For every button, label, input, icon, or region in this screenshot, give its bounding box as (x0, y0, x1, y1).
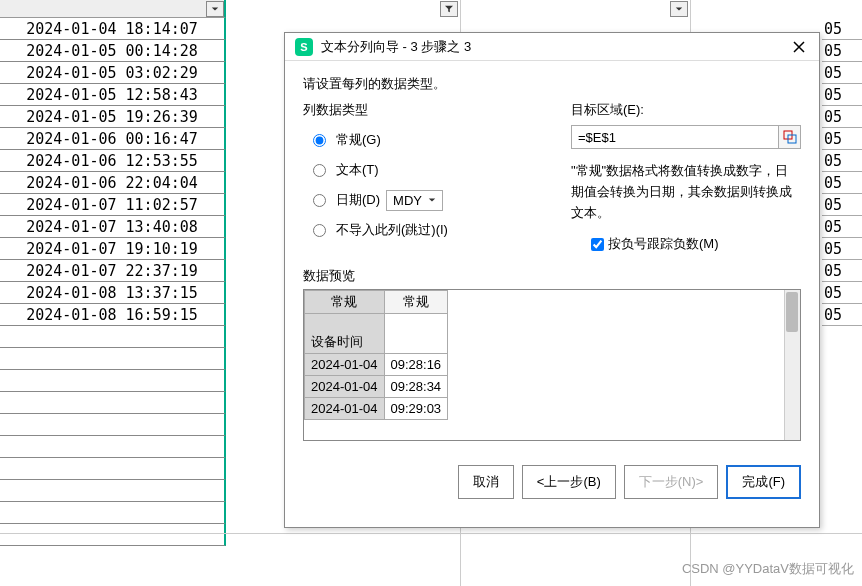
radio-general-label: 常规(G) (336, 131, 381, 149)
filter-dropdown-b[interactable] (440, 1, 458, 17)
radio-text-input[interactable] (313, 164, 326, 177)
cell[interactable]: 05 (822, 304, 862, 326)
cell-empty[interactable] (0, 458, 226, 480)
cell[interactable]: 2024-01-07 22:37:19 (0, 260, 226, 282)
cell[interactable]: 05 (822, 172, 862, 194)
preview-cell: 09:29:03 (384, 398, 448, 420)
preview-label: 数据预览 (303, 267, 801, 285)
radio-text-label: 文本(T) (336, 161, 379, 179)
gridline (0, 533, 862, 534)
cell-empty[interactable] (0, 348, 226, 370)
cell[interactable]: 2024-01-08 13:37:15 (0, 282, 226, 304)
preview-scrollbar[interactable] (784, 290, 800, 440)
text-to-columns-dialog: S 文本分列向导 - 3 步骤之 3 请设置每列的数据类型。 列数据类型 常规(… (284, 32, 820, 528)
cancel-button[interactable]: 取消 (458, 465, 514, 499)
preview-cell: 2024-01-04 (305, 398, 385, 420)
radio-skip[interactable]: 不导入此列(跳过)(I) (313, 215, 551, 245)
scrollbar-thumb[interactable] (786, 292, 798, 332)
preview-cell: 2024-01-04 (305, 376, 385, 398)
cell[interactable]: 05 (822, 194, 862, 216)
preview-box: 常规 常规 设备时间 2024-01-0409:28:16 2024-01-04… (303, 289, 801, 441)
radio-date-input[interactable] (313, 194, 326, 207)
cell[interactable]: 05 (822, 260, 862, 282)
cell[interactable]: 2024-01-06 22:04:04 (0, 172, 226, 194)
watermark: CSDN @YYDataV数据可视化 (682, 560, 854, 578)
negative-checkbox-row[interactable]: 按负号跟踪负数(M) (591, 235, 801, 253)
next-button: 下一步(N)> (624, 465, 719, 499)
cell[interactable]: 2024-01-04 18:14:07 (0, 18, 226, 40)
target-area-field (571, 125, 801, 149)
range-picker-icon (783, 130, 797, 144)
cell[interactable]: 05 (822, 84, 862, 106)
date-format-value: MDY (393, 193, 422, 208)
range-picker-button[interactable] (778, 126, 800, 148)
cell[interactable]: 05 (822, 282, 862, 304)
col-header-a (0, 0, 226, 18)
target-area-input[interactable] (572, 130, 778, 145)
cell[interactable]: 05 (822, 18, 862, 40)
close-icon (792, 40, 806, 54)
preview-header-2[interactable]: 常规 (384, 291, 448, 314)
format-description: "常规"数据格式将数值转换成数字，日期值会转换为日期，其余数据则转换成文本。 (571, 161, 801, 223)
radio-date[interactable]: 日期(D) MDY (313, 185, 551, 215)
negative-checkbox-label: 按负号跟踪负数(M) (608, 235, 719, 253)
cell[interactable]: 2024-01-07 11:02:57 (0, 194, 226, 216)
cell-empty[interactable] (0, 502, 226, 524)
cell-empty[interactable] (0, 326, 226, 348)
cell[interactable]: 2024-01-05 00:14:28 (0, 40, 226, 62)
radio-date-label: 日期(D) (336, 191, 380, 209)
cell[interactable]: 2024-01-06 00:16:47 (0, 128, 226, 150)
dialog-title: 文本分列向导 - 3 步骤之 3 (321, 33, 471, 61)
cell[interactable]: 05 (822, 106, 862, 128)
column-right: 0505050505050505050505050505 (822, 18, 862, 326)
cell[interactable]: 05 (822, 216, 862, 238)
radio-general-input[interactable] (313, 134, 326, 147)
cell[interactable]: 05 (822, 128, 862, 150)
cell[interactable]: 2024-01-06 12:53:55 (0, 150, 226, 172)
cell-empty[interactable] (0, 480, 226, 502)
cell[interactable]: 2024-01-05 12:58:43 (0, 84, 226, 106)
radio-general[interactable]: 常规(G) (313, 125, 551, 155)
cell-empty[interactable] (0, 524, 226, 546)
cell[interactable]: 2024-01-07 19:10:19 (0, 238, 226, 260)
radio-skip-input[interactable] (313, 224, 326, 237)
filter-dropdown-a[interactable] (206, 1, 224, 17)
negative-checkbox[interactable] (591, 238, 604, 251)
preview-cell: 09:28:34 (384, 376, 448, 398)
finish-button[interactable]: 完成(F) (726, 465, 801, 499)
back-button[interactable]: <上一步(B) (522, 465, 616, 499)
close-button[interactable] (789, 37, 809, 57)
cell[interactable]: 2024-01-08 16:59:15 (0, 304, 226, 326)
cell[interactable]: 05 (822, 62, 862, 84)
cell-empty[interactable] (0, 370, 226, 392)
app-logo-icon: S (295, 38, 313, 56)
dialog-titlebar: S 文本分列向导 - 3 步骤之 3 (285, 33, 819, 61)
cell-empty[interactable] (0, 436, 226, 458)
target-area-label: 目标区域(E): (571, 101, 801, 119)
column-type-label: 列数据类型 (303, 101, 551, 119)
cell[interactable]: 05 (822, 40, 862, 62)
radio-text[interactable]: 文本(T) (313, 155, 551, 185)
cell[interactable]: 05 (822, 238, 862, 260)
cell-empty[interactable] (0, 414, 226, 436)
preview-cell: 09:28:16 (384, 354, 448, 376)
preview-cell: 2024-01-04 (305, 354, 385, 376)
cell-empty[interactable] (0, 392, 226, 414)
cell[interactable]: 2024-01-05 19:26:39 (0, 106, 226, 128)
preview-header-1[interactable]: 常规 (305, 291, 385, 314)
cell[interactable]: 2024-01-07 13:40:08 (0, 216, 226, 238)
date-format-select[interactable]: MDY (386, 190, 443, 211)
radio-skip-label: 不导入此列(跳过)(I) (336, 221, 448, 239)
preview-table[interactable]: 常规 常规 设备时间 2024-01-0409:28:16 2024-01-04… (304, 290, 448, 420)
cell[interactable]: 2024-01-05 03:02:29 (0, 62, 226, 84)
chevron-down-icon (428, 196, 436, 204)
column-a[interactable]: 2024-01-04 18:14:072024-01-05 00:14:2820… (0, 18, 226, 546)
filter-dropdown-c[interactable] (670, 1, 688, 17)
preview-col1-header: 设备时间 (305, 314, 385, 354)
instruction-text: 请设置每列的数据类型。 (303, 75, 801, 93)
cell[interactable]: 05 (822, 150, 862, 172)
